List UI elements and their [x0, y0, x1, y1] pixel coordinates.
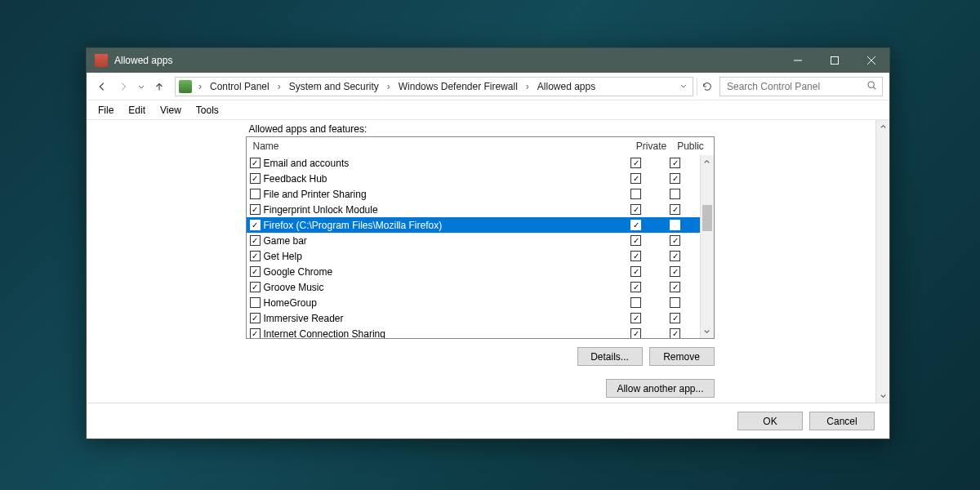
search-input[interactable] — [725, 80, 866, 93]
nav-forward-button[interactable] — [114, 77, 132, 96]
app-row[interactable]: HomeGroup — [247, 295, 700, 310]
close-button[interactable] — [853, 48, 889, 73]
address-bar[interactable]: › Control Panel › System and Security › … — [175, 77, 693, 96]
menu-edit[interactable]: Edit — [122, 103, 152, 118]
app-row[interactable]: Email and accounts — [247, 155, 700, 171]
checkbox[interactable] — [250, 251, 261, 261]
scroll-thumb[interactable] — [702, 205, 712, 231]
checkbox[interactable] — [670, 204, 680, 215]
allow-another-app-button[interactable]: Allow another app... — [606, 379, 714, 398]
checkbox[interactable] — [670, 266, 680, 277]
svg-line-5 — [874, 87, 876, 89]
details-button[interactable]: Details... — [577, 347, 643, 366]
list-body: Email and accountsFeedback HubFile and P… — [247, 155, 700, 338]
menu-file[interactable]: File — [91, 103, 120, 118]
chevron-right-icon: › — [274, 81, 284, 92]
svg-point-4 — [868, 82, 874, 87]
recent-locations-dropdown[interactable] — [136, 82, 147, 91]
remove-button[interactable]: Remove — [649, 347, 715, 366]
checkbox[interactable] — [630, 297, 641, 308]
checkbox[interactable] — [670, 282, 680, 292]
scroll-down-icon[interactable] — [876, 389, 889, 403]
public-cell — [657, 189, 697, 199]
app-row[interactable]: Get Help — [247, 248, 700, 264]
app-row[interactable]: Feedback Hub — [247, 171, 700, 186]
checkbox[interactable] — [250, 220, 261, 230]
checkbox[interactable] — [250, 158, 261, 168]
private-cell — [618, 158, 657, 168]
page-scrollbar[interactable] — [875, 120, 889, 403]
app-row[interactable]: Internet Connection Sharing — [247, 326, 700, 338]
private-cell — [618, 189, 657, 199]
list-scrollbar[interactable] — [700, 155, 714, 338]
app-name: Google Chrome — [264, 266, 618, 278]
checkbox[interactable] — [670, 297, 680, 308]
section-label: Allowed apps and features: — [249, 123, 715, 135]
column-name[interactable]: Name — [250, 140, 632, 152]
checkbox[interactable] — [250, 235, 261, 246]
minimize-button[interactable] — [779, 48, 816, 73]
checkbox[interactable] — [630, 189, 641, 199]
checkbox[interactable] — [670, 158, 680, 168]
column-public[interactable]: Public — [671, 140, 710, 152]
checkbox[interactable] — [250, 204, 261, 215]
search-box[interactable] — [719, 77, 883, 96]
ok-button[interactable]: OK — [737, 412, 803, 430]
app-row[interactable]: Groove Music — [247, 279, 700, 295]
nav-up-button[interactable] — [150, 77, 168, 96]
column-private[interactable]: Private — [632, 140, 671, 152]
app-row[interactable]: Firefox (C:\Program Files\Mozilla Firefo… — [247, 217, 700, 233]
scroll-up-icon[interactable] — [876, 120, 889, 134]
checkbox[interactable] — [630, 251, 641, 261]
checkbox[interactable] — [630, 266, 641, 277]
private-cell — [618, 328, 657, 338]
breadcrumb-item[interactable]: Allowed apps — [536, 81, 597, 92]
scroll-down-icon[interactable] — [701, 324, 714, 338]
app-row[interactable]: Google Chrome — [247, 264, 700, 279]
checkbox[interactable] — [670, 235, 680, 246]
breadcrumb-item[interactable]: System and Security — [287, 81, 381, 92]
public-cell — [657, 297, 697, 308]
app-row[interactable]: Fingerprint Unlock Module — [247, 202, 700, 217]
checkbox[interactable] — [630, 158, 641, 168]
checkbox[interactable] — [630, 220, 641, 230]
maximize-button[interactable] — [816, 48, 853, 73]
checkbox[interactable] — [630, 313, 641, 323]
app-row[interactable]: File and Printer Sharing — [247, 186, 700, 202]
app-row[interactable]: Immersive Reader — [247, 310, 700, 326]
checkbox[interactable] — [670, 251, 680, 261]
address-dropdown-icon[interactable] — [679, 81, 688, 92]
checkbox[interactable] — [670, 220, 680, 230]
app-row[interactable]: Game bar — [247, 233, 700, 248]
menu-tools[interactable]: Tools — [189, 103, 225, 118]
cancel-button[interactable]: Cancel — [809, 412, 875, 430]
public-cell — [657, 282, 697, 292]
public-cell — [657, 220, 697, 230]
checkbox[interactable] — [250, 266, 261, 277]
checkbox[interactable] — [630, 204, 641, 215]
nav-back-button[interactable] — [93, 77, 111, 96]
checkbox[interactable] — [670, 173, 680, 184]
checkbox[interactable] — [670, 328, 680, 338]
control-panel-icon — [179, 80, 192, 93]
svg-rect-1 — [831, 57, 838, 65]
checkbox[interactable] — [630, 235, 641, 246]
checkbox[interactable] — [630, 328, 641, 338]
checkbox[interactable] — [250, 328, 261, 338]
refresh-button[interactable] — [697, 78, 716, 96]
checkbox[interactable] — [250, 297, 261, 308]
checkbox[interactable] — [250, 173, 261, 184]
breadcrumb-item[interactable]: Control Panel — [208, 81, 271, 92]
checkbox[interactable] — [670, 313, 680, 323]
checkbox[interactable] — [630, 173, 641, 184]
scroll-up-icon[interactable] — [701, 155, 714, 169]
checkbox[interactable] — [250, 313, 261, 323]
checkbox[interactable] — [670, 189, 680, 199]
scroll-track[interactable] — [701, 169, 714, 324]
menu-view[interactable]: View — [154, 103, 188, 118]
checkbox[interactable] — [250, 282, 261, 292]
checkbox[interactable] — [250, 189, 261, 199]
private-cell — [618, 204, 657, 215]
breadcrumb-item[interactable]: Windows Defender Firewall — [397, 81, 519, 92]
checkbox[interactable] — [630, 282, 641, 292]
